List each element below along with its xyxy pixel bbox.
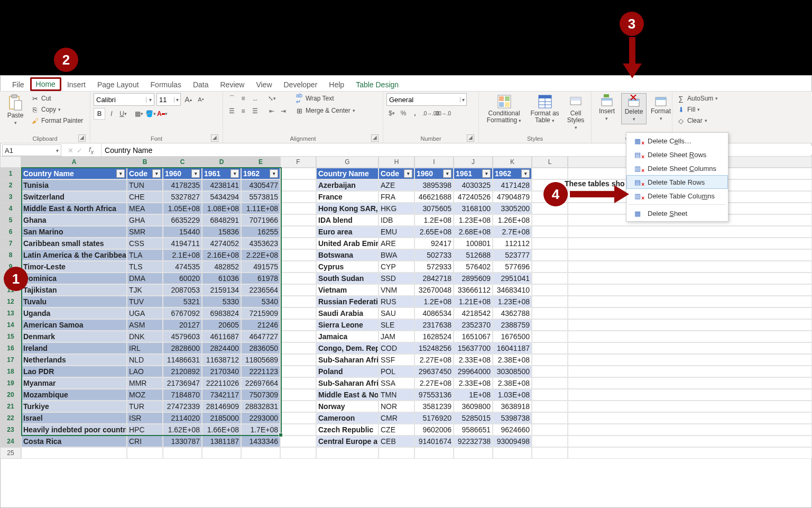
tab-help[interactable]: Help	[323, 78, 350, 91]
wrap-text-button[interactable]: ab↵Wrap Text	[294, 93, 356, 104]
cell-D23[interactable]: 1.66E+08	[202, 424, 241, 436]
cell-I17[interactable]: 2.27E+08	[414, 354, 454, 366]
cell-C15[interactable]: 4579603	[163, 331, 202, 342]
cell-J18[interactable]: 29964000	[454, 366, 493, 377]
cell-L22[interactable]	[532, 412, 568, 424]
cell-C4[interactable]: 1.05E+08	[163, 203, 202, 214]
cell-J19[interactable]: 2.33E+08	[454, 377, 493, 389]
cell-I10[interactable]: 2842718	[414, 273, 454, 284]
cell-I23[interactable]: 9602006	[414, 424, 454, 436]
cell-rest-22[interactable]	[568, 412, 812, 424]
col-header-E[interactable]: E	[241, 156, 280, 168]
cell-L25[interactable]	[532, 447, 568, 459]
cell-E3[interactable]: 5573815	[241, 191, 280, 203]
cell-D10[interactable]: 61036	[202, 273, 241, 284]
cell-B1[interactable]: Code▾	[127, 168, 163, 179]
cell-styles-button[interactable]: Cell Styles ▾	[564, 93, 588, 132]
cell-B12[interactable]: TUV	[127, 296, 163, 307]
cell-rest-15[interactable]	[568, 331, 812, 342]
cell-rest-24[interactable]	[568, 436, 812, 447]
col-header-J[interactable]: J	[454, 156, 493, 168]
cell-A19[interactable]: Myanmar	[21, 377, 127, 389]
cell-A8[interactable]: Latin America & the Caribbean	[21, 249, 127, 261]
menu-delete-sheet-rows[interactable]: ▤× Delete Sheet Rows	[626, 148, 728, 161]
font-size-input[interactable]	[157, 96, 174, 104]
cell-F23[interactable]	[280, 424, 316, 436]
cell-G2[interactable]: Azerbaijan	[316, 179, 379, 191]
cell-A21[interactable]: Turkiye	[21, 401, 127, 412]
cell-G18[interactable]: Poland	[316, 366, 379, 377]
cell-E23[interactable]: 1.7E+08	[241, 424, 280, 436]
cell-L18[interactable]	[532, 366, 568, 377]
row-header-14[interactable]: 14	[0, 319, 21, 331]
cell-B5[interactable]: GHA	[127, 214, 163, 226]
cell-E9[interactable]: 491575	[241, 261, 280, 273]
underline-button[interactable]: U ▾	[118, 108, 128, 119]
cell-A15[interactable]: Denmark	[21, 331, 127, 342]
cell-A4[interactable]: Middle East & North Africa	[21, 203, 127, 214]
col-header-K[interactable]: K	[493, 156, 532, 168]
cell-J16[interactable]: 15637700	[454, 342, 493, 354]
menu-delete-sheet-columns[interactable]: ▥× Delete Sheet Columns	[626, 161, 728, 175]
format-painter-button[interactable]: 🖌Format Painter	[30, 115, 84, 126]
cell-C8[interactable]: 2.1E+08	[163, 249, 202, 261]
cell-E5[interactable]: 7071966	[241, 214, 280, 226]
cell-C6[interactable]: 15440	[163, 226, 202, 238]
cell-C10[interactable]: 60020	[163, 273, 202, 284]
cell-H15[interactable]: JAM	[379, 331, 414, 342]
cell-J3[interactable]: 47240526	[454, 191, 493, 203]
cell-E22[interactable]: 2293000	[241, 412, 280, 424]
cell-rest-11[interactable]	[568, 284, 812, 296]
cell-D6[interactable]: 15836	[202, 226, 241, 238]
fill-button[interactable]: ⬇Fill ▾	[676, 104, 701, 115]
cell-K1[interactable]: 1962▾	[493, 168, 532, 179]
cell-C14[interactable]: 20127	[163, 319, 202, 331]
cell-A22[interactable]: Israel	[21, 412, 127, 424]
cell-A6[interactable]: San Marino	[21, 226, 127, 238]
cell-D1[interactable]: 1961▾	[202, 168, 241, 179]
tab-insert[interactable]: Insert	[61, 78, 91, 91]
cell-J4[interactable]: 3168100	[454, 203, 493, 214]
cell-F16[interactable]	[280, 342, 316, 354]
cell-A24[interactable]: Costa Rica	[21, 436, 127, 447]
cell-K11[interactable]: 34683410	[493, 284, 532, 296]
cell-E7[interactable]: 4353623	[241, 238, 280, 249]
align-left-button[interactable]: ☰	[226, 106, 237, 116]
cell-J9[interactable]: 576402	[454, 261, 493, 273]
cell-B2[interactable]: TUN	[127, 179, 163, 191]
filter-dropdown[interactable]: ▾	[116, 169, 125, 178]
cell-K3[interactable]: 47904879	[493, 191, 532, 203]
cell-H6[interactable]: EMU	[379, 226, 414, 238]
cell-C22[interactable]: 2114020	[163, 412, 202, 424]
align-bottom-button[interactable]: ⎵	[250, 93, 260, 104]
font-name-combo[interactable]: ▾	[94, 93, 154, 106]
cell-F7[interactable]	[280, 238, 316, 249]
cell-B7[interactable]: CSS	[127, 238, 163, 249]
cell-F20[interactable]	[280, 389, 316, 401]
cell-D11[interactable]: 2159134	[202, 284, 241, 296]
cell-I21[interactable]: 3581239	[414, 401, 454, 412]
cell-C12[interactable]: 5321	[163, 296, 202, 307]
cell-H21[interactable]: NOR	[379, 401, 414, 412]
cell-rest-19[interactable]	[568, 377, 812, 389]
cell-rest-23[interactable]	[568, 424, 812, 436]
cell-J11[interactable]: 33666112	[454, 284, 493, 296]
cell-B16[interactable]: IRL	[127, 342, 163, 354]
cell-L19[interactable]	[532, 377, 568, 389]
cell-D2[interactable]: 4238141	[202, 179, 241, 191]
cell-A10[interactable]: Dominica	[21, 273, 127, 284]
cell-K10[interactable]: 2951041	[493, 273, 532, 284]
cell-K16[interactable]: 16041187	[493, 342, 532, 354]
align-center-button[interactable]: ≡	[238, 106, 248, 116]
clear-button[interactable]: ◇Clear ▾	[676, 115, 708, 126]
filter-dropdown[interactable]: ▾	[191, 169, 200, 178]
align-right-button[interactable]: ☰	[250, 106, 260, 116]
cell-H17[interactable]: SSF	[379, 354, 414, 366]
cell-D15[interactable]: 4611687	[202, 331, 241, 342]
cell-E1[interactable]: 1962▾	[241, 168, 280, 179]
cell-D3[interactable]: 5434294	[202, 191, 241, 203]
cell-E18[interactable]: 2221123	[241, 366, 280, 377]
row-header-12[interactable]: 12	[0, 296, 21, 307]
shrink-font-button[interactable]: A▾	[196, 94, 206, 105]
delete-cells-button[interactable]: Delete▾	[621, 93, 647, 124]
